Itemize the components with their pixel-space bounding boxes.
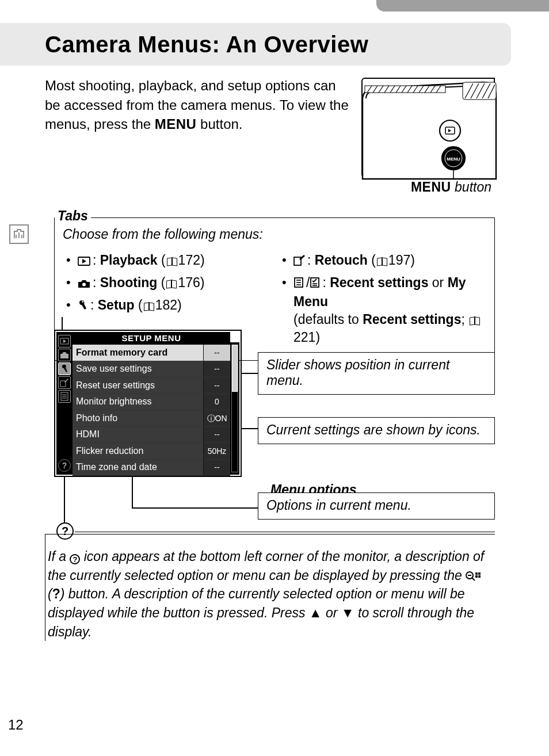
section-margin-icon <box>9 224 29 244</box>
camera-diagram-caption: MENU button <box>411 180 491 195</box>
page-ref-icon <box>377 258 387 265</box>
page-header-bar <box>376 0 549 12</box>
setup-menu-value: 50Hz <box>204 443 230 459</box>
callout-menu-options: Options in current menu. <box>258 492 495 520</box>
leader-line <box>132 507 258 509</box>
setup-menu-label: Photo info <box>73 410 204 426</box>
setup-menu-label: HDMI <box>73 427 204 443</box>
recent-bold1: Recent settings <box>330 275 428 290</box>
tab-retouch-icon <box>58 376 71 389</box>
setup-menu-title: SETUP MENU <box>73 332 230 345</box>
page-ref-icon <box>167 258 177 265</box>
setup-menu-label: Format memory card <box>73 345 204 361</box>
setup-menu-screenshot: ? SETUP MENU Format memory card--Save us… <box>54 330 242 477</box>
setup-menu-row: HDMI-- <box>73 427 230 444</box>
setup-menu-row: Save user settings-- <box>73 361 230 378</box>
recent-def3: ) <box>315 330 320 345</box>
my-menu-icon <box>310 275 320 293</box>
tab-shooting-icon <box>58 349 71 361</box>
callout-slider: Slider shows position in current menu. <box>258 352 495 395</box>
page-ref: 176 <box>178 275 200 290</box>
callout-current-settings: Current settings are shown by icons. <box>258 417 495 444</box>
menu-word: MENU <box>155 116 197 132</box>
svg-rect-48 <box>475 572 478 575</box>
setup-menu-value: ⓘON <box>204 410 230 426</box>
menu-scrollbar <box>230 342 239 475</box>
menu-name: Setup <box>98 297 135 312</box>
help-2a: ( <box>48 586 52 601</box>
leader-line <box>132 477 133 508</box>
help-paragraph: If a ? icon appears at the bottom left c… <box>45 534 495 641</box>
scrollbar-thumb <box>232 345 238 392</box>
svg-line-46 <box>472 578 475 581</box>
tab-setup-icon <box>58 362 71 375</box>
playback-icon <box>78 253 90 270</box>
callout-current-text: Current settings are shown by icons. <box>266 422 481 437</box>
leader-line <box>62 317 63 330</box>
setup-menu-label: Flicker reduction <box>73 443 204 459</box>
leader-line <box>242 428 258 429</box>
setup-menu-value: -- <box>204 377 230 394</box>
setup-menu-row: Monitor brightness0 <box>73 394 230 411</box>
tabs-right-column: : Retouch (197) /: Recent settings or My… <box>279 248 486 350</box>
wrench-icon <box>78 297 88 315</box>
setup-menu-label: Monitor brightness <box>73 394 204 410</box>
setup-menu-label: Save user settings <box>73 361 204 377</box>
menu-item-setup: : Setup (182) <box>65 296 270 315</box>
caption-rest: button <box>451 180 491 194</box>
recent-def1: (defaults to <box>293 312 363 327</box>
page-ref: 182 <box>155 297 177 312</box>
page-number: 12 <box>8 717 24 733</box>
menu-name: Playback <box>100 253 158 268</box>
svg-rect-51 <box>478 575 481 578</box>
page-ref-icon <box>470 317 480 324</box>
down-arrow: ▼ <box>341 605 354 620</box>
leader-line <box>64 477 65 523</box>
help-or: or <box>322 605 341 620</box>
svg-rect-49 <box>478 572 481 575</box>
svg-marker-39 <box>63 339 66 343</box>
menu-name: Retouch <box>315 253 368 268</box>
setup-menu-row: Reset user settings-- <box>73 377 230 394</box>
intro-text-2: button. <box>196 116 242 132</box>
zoom-out-icon <box>466 568 481 583</box>
recent-def2: ; <box>461 312 468 327</box>
svg-rect-1 <box>463 82 496 100</box>
recent-bold3: Recent settings <box>363 312 461 327</box>
setup-menu-row: Photo infoⓘON <box>73 410 230 427</box>
leader-line <box>242 373 258 374</box>
menu-word-caption: MENU <box>411 180 451 194</box>
setup-menu-body: Format memory card--Save user settings--… <box>73 345 230 475</box>
menu-item-playback: : Playback (172) <box>65 251 270 270</box>
menu-tab-strip: ? <box>56 332 73 475</box>
help-q-inline-icon: ? <box>70 554 80 564</box>
page-ref: 197 <box>388 253 410 268</box>
page-ref-icon <box>144 303 154 310</box>
help-q-bold: ? <box>52 586 60 601</box>
callout-slider-text: Slider shows position in current menu. <box>266 357 449 388</box>
setup-menu-value: -- <box>204 427 230 443</box>
setup-menu-row: Flicker reduction50Hz <box>73 443 230 460</box>
menu-item-shooting: : Shooting (176) <box>65 274 270 293</box>
camera-icon <box>78 275 90 293</box>
setup-menu-value: -- <box>204 345 230 361</box>
help-1a: If a <box>48 549 70 564</box>
recent-or: or <box>428 275 447 290</box>
help-icon: ? <box>58 459 71 472</box>
callout-options-text: Options in current menu. <box>266 498 411 513</box>
page-ref: 172 <box>178 253 200 268</box>
setup-menu-value: -- <box>204 361 230 377</box>
up-arrow: ▲ <box>309 605 322 620</box>
setup-menu-value: 0 <box>204 394 230 410</box>
setup-menu-row: Time zone and date-- <box>73 460 230 476</box>
setup-menu-value: -- <box>204 460 230 476</box>
intro-paragraph: Most shooting, playback, and setup optio… <box>45 76 350 134</box>
menu-name: Shooting <box>100 275 158 290</box>
menu-item-retouch: : Retouch (197) <box>281 251 486 270</box>
tab-playback-icon <box>58 335 71 348</box>
camera-diagram: MENU <box>361 78 495 178</box>
menu-item-recent-settings: /: Recent settings or My Menu (defaults … <box>281 274 486 346</box>
page-ref: 221 <box>293 330 315 345</box>
page-title: Camera Menus: An Overview <box>45 32 368 58</box>
svg-text:MENU: MENU <box>447 156 460 162</box>
